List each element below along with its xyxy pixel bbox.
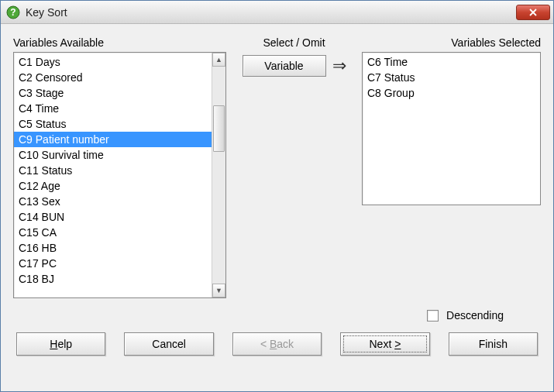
list-item[interactable]: C14 BUN bbox=[14, 209, 212, 225]
variable-button[interactable]: Variable bbox=[243, 55, 326, 77]
scroll-up-button[interactable]: ▲ bbox=[212, 53, 225, 67]
list-item[interactable]: C5 Status bbox=[14, 116, 212, 132]
scrollbar[interactable]: ▲ ▼ bbox=[212, 53, 225, 297]
selected-label: Variables Selected bbox=[362, 35, 541, 52]
scroll-track[interactable] bbox=[212, 67, 225, 284]
descending-checkbox[interactable] bbox=[427, 310, 439, 322]
available-listbox[interactable]: C1 DaysC2 CensoredC3 StageC4 TimeC5 Stat… bbox=[13, 52, 226, 298]
list-item[interactable]: C7 Status bbox=[367, 70, 535, 85]
list-item[interactable]: C1 Days bbox=[14, 54, 212, 70]
list-item[interactable]: C9 Patient number bbox=[14, 132, 212, 147]
list-item[interactable]: C17 PC bbox=[14, 256, 212, 271]
select-omit-label: Select / Omit bbox=[263, 35, 325, 52]
selected-listbox[interactable]: C6 TimeC7 StatusC8 Group bbox=[362, 52, 541, 205]
dialog-content: Variables Available C1 DaysC2 CensoredC3… bbox=[1, 24, 553, 391]
descending-label: Descending bbox=[446, 309, 504, 322]
list-item[interactable]: C15 CA bbox=[14, 225, 212, 240]
list-item[interactable]: C10 Survival time bbox=[14, 147, 212, 163]
scroll-thumb[interactable] bbox=[213, 105, 225, 152]
cancel-button[interactable]: Cancel bbox=[124, 332, 213, 356]
close-button[interactable] bbox=[516, 5, 550, 20]
list-item[interactable]: C8 Group bbox=[367, 85, 535, 101]
help-icon: ? bbox=[5, 5, 21, 20]
back-button: < Back bbox=[232, 332, 322, 356]
list-item[interactable]: C18 BJ bbox=[14, 271, 212, 287]
help-button[interactable]: Help bbox=[16, 332, 105, 356]
svg-text:?: ? bbox=[10, 7, 15, 18]
next-button[interactable]: Next > bbox=[340, 332, 429, 356]
available-label: Variables Available bbox=[13, 35, 226, 52]
list-item[interactable]: C13 Sex bbox=[14, 194, 212, 209]
list-item[interactable]: C3 Stage bbox=[14, 85, 212, 101]
list-item[interactable]: C6 Time bbox=[367, 54, 535, 70]
dialog-window: ? Key Sort Variables Available C1 DaysC2… bbox=[0, 0, 554, 392]
scroll-down-button[interactable]: ▼ bbox=[212, 284, 225, 297]
list-item[interactable]: C12 Age bbox=[14, 178, 212, 194]
finish-button[interactable]: Finish bbox=[449, 332, 538, 356]
list-item[interactable]: C16 HB bbox=[14, 240, 212, 256]
close-icon bbox=[529, 9, 537, 16]
window-title: Key Sort bbox=[26, 6, 516, 19]
list-item[interactable]: C11 Status bbox=[14, 163, 212, 178]
titlebar: ? Key Sort bbox=[1, 1, 553, 24]
list-item[interactable]: C2 Censored bbox=[14, 70, 212, 85]
list-item[interactable]: C4 Time bbox=[14, 101, 212, 116]
arrow-right-icon: ⇒ bbox=[332, 57, 346, 74]
